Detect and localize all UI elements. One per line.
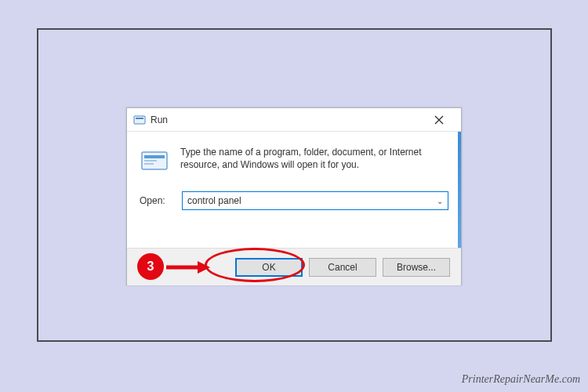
ok-button-label: OK	[262, 262, 275, 273]
dialog-body: Type the name of a program, folder, docu…	[127, 132, 461, 248]
svg-marker-7	[198, 261, 210, 274]
run-icon	[133, 114, 146, 126]
browse-button[interactable]: Browse...	[383, 258, 450, 277]
svg-rect-3	[144, 155, 165, 158]
run-large-icon	[140, 146, 169, 176]
cancel-button-label: Cancel	[328, 262, 357, 273]
window-edge-decoration	[458, 132, 461, 248]
titlebar: Run	[127, 108, 461, 132]
svg-rect-0	[134, 116, 145, 124]
watermark-text: PrinterRepairNearMe.com	[462, 373, 580, 386]
open-label: Open:	[140, 195, 172, 206]
open-combobox[interactable]: control panel ⌄	[182, 191, 448, 210]
ok-button[interactable]: OK	[235, 258, 303, 277]
svg-rect-1	[136, 118, 143, 119]
svg-rect-5	[144, 163, 154, 165]
close-button[interactable]	[423, 109, 455, 131]
run-dialog: Run Type the name of a program, folder, …	[126, 107, 462, 285]
svg-rect-4	[144, 160, 157, 162]
browse-button-label: Browse...	[397, 262, 436, 273]
arrow-icon	[165, 260, 210, 275]
dialog-title: Run	[151, 114, 168, 125]
step-number-badge: 3	[137, 253, 164, 280]
dialog-description: Type the name of a program, folder, docu…	[180, 146, 448, 176]
cancel-button[interactable]: Cancel	[309, 258, 376, 277]
open-input-value: control panel	[187, 195, 437, 206]
step-number-text: 3	[147, 260, 154, 274]
chevron-down-icon: ⌄	[437, 197, 443, 205]
